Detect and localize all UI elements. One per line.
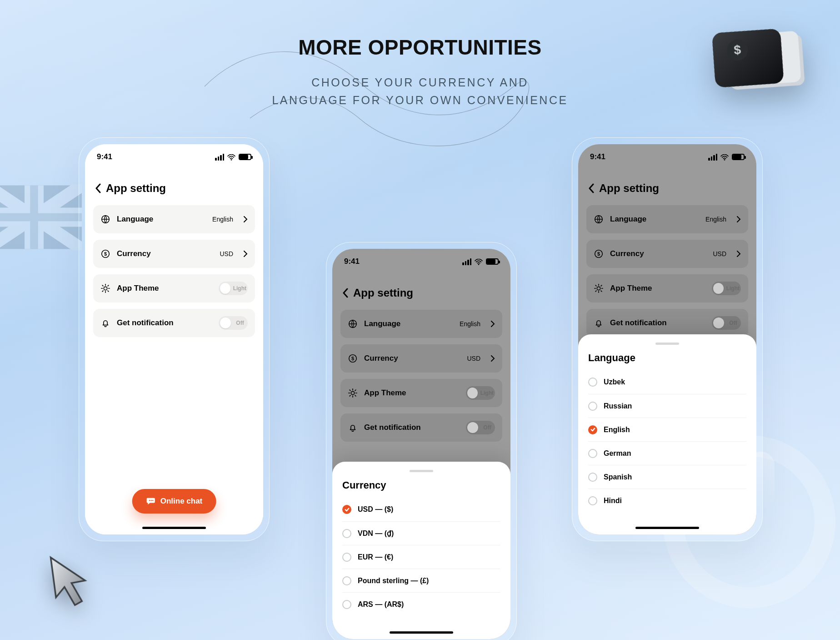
language-option-label: English — [604, 426, 630, 434]
theme-toggle-label: Light — [233, 285, 246, 292]
row-language-value: English — [705, 216, 726, 223]
row-language[interactable]: Language English — [93, 205, 255, 233]
device-3: 9:41 App setting Language English — [578, 144, 756, 534]
row-language-value: English — [460, 320, 480, 328]
currency-sheet[interactable]: Currency USD — ($)VDN — (₫)EUR — (€)Poun… — [332, 462, 510, 639]
row-language[interactable]: Language English — [340, 310, 502, 338]
svg-point-14 — [152, 500, 153, 501]
notification-toggle[interactable]: Off — [712, 316, 741, 330]
bell-icon — [594, 318, 604, 328]
svg-point-20 — [724, 159, 725, 161]
battery-icon — [486, 258, 499, 265]
theme-toggle[interactable]: Light — [712, 282, 741, 295]
back-icon[interactable] — [342, 288, 349, 298]
currency-option[interactable]: ARS — (AR$) — [342, 592, 500, 616]
chevron-right-icon — [736, 251, 741, 257]
sheet-grabber[interactable] — [655, 343, 679, 345]
status-bar: 9:41 — [332, 249, 510, 274]
row-currency[interactable]: $ Currency USD — [93, 240, 255, 268]
row-theme[interactable]: App Theme Light — [340, 379, 502, 407]
notification-toggle[interactable]: Off — [466, 421, 495, 434]
battery-icon — [732, 154, 745, 160]
bell-icon — [348, 423, 358, 433]
sun-icon — [594, 283, 604, 293]
chat-icon — [146, 497, 156, 505]
theme-toggle-label: Light — [726, 285, 740, 292]
svg-point-7 — [231, 159, 232, 161]
signal-icon — [215, 154, 224, 161]
currency-option[interactable]: Pound sterling — (£) — [342, 569, 500, 592]
currency-option-label: VDN — (₫) — [358, 529, 394, 538]
language-option[interactable]: German — [588, 441, 746, 465]
svg-point-13 — [150, 500, 151, 501]
radio-icon — [342, 529, 351, 538]
sheet-grabber[interactable] — [410, 470, 433, 472]
status-bar: 9:41 — [85, 144, 263, 170]
radio-icon — [342, 553, 351, 562]
language-option[interactable]: Hindi — [588, 489, 746, 512]
wifi-icon — [475, 258, 483, 265]
online-chat-label: Online chat — [160, 497, 203, 506]
svg-point-15 — [478, 264, 480, 265]
home-indicator — [142, 527, 206, 529]
row-notification[interactable]: Get notification Off — [93, 309, 255, 337]
svg-point-11 — [104, 287, 107, 290]
radio-selected-icon — [588, 425, 597, 434]
back-icon[interactable] — [95, 183, 101, 193]
row-notification[interactable]: Get notification Off — [586, 309, 748, 337]
chevron-right-icon — [736, 216, 741, 222]
row-notification-label: Get notification — [117, 318, 174, 328]
svg-text:$: $ — [104, 251, 107, 257]
chevron-right-icon — [243, 251, 248, 257]
svg-text:$: $ — [351, 356, 354, 361]
language-option[interactable]: Uzbek — [588, 370, 746, 394]
row-notification[interactable]: Get notification Off — [340, 413, 502, 442]
theme-toggle[interactable]: Light — [466, 386, 495, 400]
status-time: 9:41 — [590, 152, 605, 161]
row-theme[interactable]: App Theme Light — [586, 274, 748, 302]
device-2: 9:41 App setting Language English — [332, 249, 510, 639]
row-language[interactable]: Language English — [586, 205, 748, 233]
notification-toggle[interactable]: Off — [219, 316, 248, 330]
online-chat-button[interactable]: Online chat — [132, 489, 216, 514]
radio-icon — [588, 473, 597, 482]
sun-icon — [100, 283, 110, 293]
row-currency-value: USD — [713, 250, 726, 257]
row-language-label: Language — [610, 215, 646, 224]
currency-option[interactable]: EUR — (€) — [342, 545, 500, 569]
currency-icon: $ — [594, 249, 604, 259]
currency-option[interactable]: USD — ($) — [342, 498, 500, 521]
back-icon[interactable] — [588, 183, 595, 193]
language-sheet[interactable]: Language UzbekRussianEnglishGermanSpanis… — [578, 334, 756, 534]
language-option-label: Spanish — [604, 473, 632, 481]
globe-icon — [348, 319, 358, 329]
row-currency[interactable]: $ Currency USD — [340, 344, 502, 373]
language-option-label: Russian — [604, 402, 632, 410]
language-option[interactable]: English — [588, 418, 746, 441]
signal-icon — [708, 154, 717, 161]
language-option[interactable]: Spanish — [588, 465, 746, 489]
radio-icon — [588, 402, 597, 411]
row-currency-value: USD — [220, 250, 233, 257]
row-theme-label: App Theme — [364, 388, 406, 398]
status-time: 9:41 — [344, 257, 360, 266]
svg-point-24 — [597, 287, 600, 290]
currency-icon: $ — [100, 249, 110, 259]
currency-option-label: Pound sterling — (£) — [358, 577, 429, 585]
radio-icon — [342, 600, 351, 609]
wifi-icon — [720, 154, 729, 160]
radio-icon — [588, 378, 597, 387]
row-theme-label: App Theme — [117, 284, 159, 293]
page-title: App setting — [353, 287, 413, 299]
radio-selected-icon — [342, 505, 351, 514]
currency-option-label: USD — ($) — [358, 505, 393, 514]
row-currency-label: Currency — [364, 354, 398, 363]
row-currency[interactable]: $ Currency USD — [586, 240, 748, 268]
theme-toggle-label: Light — [480, 390, 494, 396]
currency-option-label: ARS — (AR$) — [358, 600, 404, 609]
currency-option[interactable]: VDN — (₫) — [342, 521, 500, 545]
row-theme[interactable]: App Theme Light — [93, 274, 255, 302]
language-option[interactable]: Russian — [588, 394, 746, 418]
radio-icon — [588, 496, 597, 505]
theme-toggle[interactable]: Light — [219, 282, 248, 295]
